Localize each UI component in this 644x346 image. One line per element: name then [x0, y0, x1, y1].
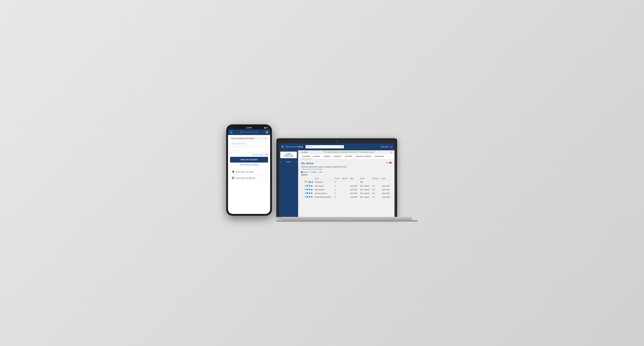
- tab-reports[interactable]: REPORTS: [332, 154, 343, 159]
- sidebar-chevron-6[interactable]: ›: [279, 186, 298, 190]
- font-size-xlarge[interactable]: A: [306, 151, 308, 153]
- book-icon[interactable]: 📘: [306, 192, 308, 194]
- table-row: › ▦ 📘 👤 👥 Science Grade 3 5 M,T,W,RF 266…: [301, 191, 392, 195]
- person-icon[interactable]: 👤: [308, 189, 310, 190]
- app-search-bar[interactable]: 🔍: [306, 145, 344, 148]
- book-icon[interactable]: 📘: [309, 181, 311, 183]
- phone-password-field[interactable]: ........: [230, 147, 268, 152]
- globe-icon[interactable]: 🌐: [230, 131, 233, 134]
- cell-days: M,T,W,RF: [349, 195, 359, 199]
- filter-today-label: Today: [312, 171, 316, 173]
- cell-section: [341, 188, 349, 191]
- radio-today-dot: [310, 171, 312, 173]
- col-class: Class: [314, 177, 334, 180]
- search-input[interactable]: [307, 146, 340, 148]
- login-button[interactable]: INICIAR SESIÓN: [230, 157, 268, 163]
- grid-icon[interactable]: ▦: [304, 192, 306, 194]
- row-expand-arrow[interactable]: ›: [302, 189, 303, 191]
- phone-battery: ▐▐ 🔋: [264, 127, 268, 129]
- row-expand-arrow[interactable]: ›: [302, 181, 303, 183]
- cell-period: 5: [334, 191, 341, 195]
- sidebar-chevron-2[interactable]: ›: [279, 171, 298, 174]
- sidebar-chevron-7[interactable]: ›: [279, 190, 298, 194]
- sidebar-chevron-1[interactable]: ›: [279, 167, 298, 171]
- phone: ...... 1:30 PM ▐▐ 🔋 🌐 𝑆 SCHOOLTOOL ? htt…: [226, 124, 272, 216]
- tab-messages[interactable]: MESSAGES: [373, 154, 386, 159]
- filter-current[interactable]: Current: [301, 171, 308, 173]
- google-login-button[interactable]: Iniciar sesión con Google: [230, 169, 268, 174]
- district-logo-box: Custom District Logo: [280, 151, 297, 158]
- help-link[interactable]: Help ?: [386, 162, 392, 164]
- grid-icon[interactable]: ▦: [304, 196, 306, 198]
- help-text: Help: [386, 162, 389, 164]
- help-icon[interactable]: ?: [266, 131, 268, 134]
- school-year-label: 2021-2022: [381, 146, 388, 148]
- cell-semester: YR: [371, 184, 380, 188]
- cell-class: Math Grade 3: [314, 188, 334, 191]
- cell-team: Team 1624: [381, 184, 392, 188]
- tab-search[interactable]: SEARCH: [312, 154, 322, 159]
- identity-collapse-icon[interactable]: ∨: [391, 151, 392, 153]
- phone-email-field[interactable]: nhyphen@tmail.kom: [230, 141, 268, 146]
- flag-icon[interactable]: 🚩: [304, 181, 307, 183]
- hamburger-menu-icon[interactable]: ☰: [281, 145, 284, 148]
- content-area: My Home Welcome, Marcia Rich, today is T…: [298, 159, 394, 201]
- cell-period: 5: [334, 188, 341, 191]
- grid-icon[interactable]: ▦: [304, 189, 306, 190]
- remember-toggle[interactable]: [264, 154, 268, 156]
- sidebar-chevron-4[interactable]: ›: [279, 178, 298, 182]
- microsoft-login-button[interactable]: Iniciar sesión con Microsoft: [230, 176, 268, 181]
- logout-icon[interactable]: ⇥: [390, 145, 392, 148]
- identity-bar: A A A A ***YOU ARE CURRENTLY ASSUMING TH…: [298, 150, 394, 154]
- app-logo-text: SCHOOLTOOL: [288, 146, 304, 148]
- divider: ○: [230, 167, 268, 168]
- row-expand-arrow[interactable]: ›: [302, 193, 303, 194]
- book-icon[interactable]: 📘: [306, 196, 308, 198]
- person2-icon[interactable]: 👥: [311, 185, 312, 187]
- person2-icon[interactable]: 👥: [311, 196, 312, 198]
- laptop-hinge: [338, 218, 356, 220]
- show-cycle-link[interactable]: Show Cycle Day Information: [301, 168, 346, 170]
- grid-icon[interactable]: ▦: [307, 181, 308, 183]
- person-icon[interactable]: 👤: [308, 192, 310, 194]
- book-icon[interactable]: 📘: [306, 189, 308, 190]
- sidebar-chevron-5[interactable]: ›: [279, 182, 298, 186]
- cell-class: Social Studies Grade 3: [314, 195, 334, 199]
- cell-days: M,T,W,RF: [349, 191, 359, 195]
- filter-today[interactable]: Today: [310, 171, 316, 173]
- app-body: Custom District Logo ⌂ Home ∧ › ›: [279, 150, 394, 217]
- app-logo: 𝑆 SCHOOLTOOL: [286, 145, 304, 149]
- row-expand-arrow[interactable]: ›: [302, 185, 303, 187]
- forgot-password-link[interactable]: Se me Olvidó la Contraseña: [230, 164, 268, 165]
- cell-team: [381, 180, 392, 184]
- font-size-large[interactable]: A: [304, 151, 305, 153]
- table-row: › ▦ 📘 👤 👥 ELA Grade 3 5 M,T,W,RF 266 - A…: [301, 184, 392, 188]
- book-icon[interactable]: 📘: [306, 185, 308, 187]
- sidebar-chevron-3[interactable]: ›: [279, 174, 298, 178]
- tab-actions[interactable]: ACTIONS: [343, 154, 354, 159]
- laptop: ☰ 𝑆 SCHOOLTOOL 🔍 2021-2022 ⇥: [276, 138, 418, 222]
- row-expand-arrow[interactable]: ›: [302, 196, 303, 198]
- tab-missing-students[interactable]: MISSING STUDENTS: [354, 154, 373, 159]
- col-period: Period: [334, 177, 341, 180]
- welcome-text: Welcome, Marcia Rich, today is Thursday,…: [301, 166, 346, 168]
- cell-room: 266 - Adams: [359, 191, 371, 195]
- font-size-medium[interactable]: A: [302, 151, 303, 153]
- cell-days: [349, 180, 359, 184]
- person2-icon[interactable]: 👥: [311, 189, 312, 190]
- phone-url-text: https://po.schooltool.com/schooltool: [231, 138, 254, 139]
- edit-icon[interactable]: ✏: [266, 137, 267, 139]
- tab-campus[interactable]: CAMPUS: [322, 154, 332, 159]
- person2-icon[interactable]: 👥: [311, 192, 312, 194]
- font-size-small[interactable]: A: [300, 151, 302, 153]
- filter-all[interactable]: All: [318, 171, 322, 173]
- person-icon[interactable]: 👤: [311, 181, 313, 183]
- google-icon: [232, 171, 234, 173]
- tab-classes[interactable]: CLASSES: [300, 154, 312, 159]
- person-icon[interactable]: 👤: [308, 196, 310, 198]
- person-icon[interactable]: 👤: [308, 185, 310, 187]
- page-title: My Home: [301, 162, 346, 165]
- identity-text: ***YOU ARE CURRENTLY ASSUMING THE IDENTI…: [308, 151, 391, 153]
- grid-icon[interactable]: ▦: [304, 185, 306, 187]
- sidebar-item-home[interactable]: ⌂ Home ∧: [279, 159, 298, 164]
